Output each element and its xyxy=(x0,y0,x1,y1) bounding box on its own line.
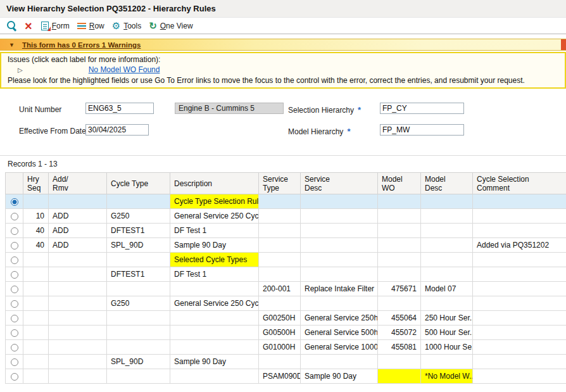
grid-header-model_desc[interactable]: Model Desc xyxy=(421,173,473,194)
row-radio[interactable] xyxy=(11,242,18,250)
cell-model_desc: 250 Hour Ser... xyxy=(421,311,473,326)
cell-service_desc xyxy=(301,355,378,369)
row-radio[interactable] xyxy=(11,315,18,322)
table-row[interactable]: 40ADDSPL_90DSample 90 DayAdded via PQ351… xyxy=(6,238,566,253)
row-menu-button[interactable]: Row xyxy=(77,22,104,30)
row-radio[interactable] xyxy=(11,198,18,206)
cell-add_rmv: ADD xyxy=(49,209,107,224)
row-select-cell[interactable] xyxy=(6,296,23,311)
row-select-cell[interactable] xyxy=(6,253,23,267)
table-row[interactable]: Selected Cycle Types xyxy=(6,253,566,267)
table-row[interactable]: G00500HGeneral Service 500hr455072500 Ho… xyxy=(6,326,566,340)
model-hierarchy-input[interactable] xyxy=(380,124,464,136)
table-row[interactable]: 40ADDDFTEST1DF Test 1 xyxy=(6,224,566,238)
grid-header-description[interactable]: Description xyxy=(170,173,259,194)
warning-summary-link[interactable]: This form has 0 Errors 1 Warnings xyxy=(22,41,141,49)
table-row[interactable]: DFTEST1DF Test 1 xyxy=(6,267,566,282)
row-select-cell[interactable] xyxy=(6,340,23,355)
cell-hry_seq xyxy=(23,296,49,311)
app-window: View Hierarchy Selection PQ351202 - Hier… xyxy=(0,0,566,384)
cell-add_rmv xyxy=(49,326,107,340)
cell-cycle_type xyxy=(107,340,170,355)
row-radio[interactable] xyxy=(11,227,18,235)
cell-comment xyxy=(473,340,566,355)
row-radio[interactable] xyxy=(11,358,18,366)
row-select-cell[interactable] xyxy=(6,355,23,369)
cell-hry_seq xyxy=(23,282,49,296)
cell-comment xyxy=(473,369,566,384)
row-select-cell[interactable] xyxy=(6,224,23,238)
grid-header-cycle_type[interactable]: Cycle Type xyxy=(107,173,170,194)
cell-cycle_type: DFTEST1 xyxy=(107,267,170,282)
row-exit-icon xyxy=(77,22,86,30)
table-row[interactable]: 200-001Replace Intake Filter475671Model … xyxy=(6,282,566,296)
cell-cycle_type xyxy=(107,326,170,340)
row-radio[interactable] xyxy=(11,286,18,293)
cell-service_desc xyxy=(301,296,378,311)
cell-model_desc xyxy=(421,209,473,224)
one-view-menu-label: One View xyxy=(160,22,193,30)
table-row[interactable]: G00250HGeneral Service 250hr455064250 Ho… xyxy=(6,311,566,326)
cell-service_type xyxy=(259,209,301,224)
cell-service_desc: General Service 1000hr xyxy=(301,340,378,355)
gear-icon: ⚙ xyxy=(112,21,120,30)
cell-description xyxy=(170,369,259,384)
cell-service_type: G01000H xyxy=(259,340,301,355)
collapse-caret-icon[interactable]: ▼ xyxy=(9,42,15,48)
grid-header-row: Hry SeqAdd/ RmvCycle TypeDescriptionServ… xyxy=(6,173,566,194)
cell-service_desc xyxy=(301,194,378,209)
row-radio[interactable] xyxy=(11,271,18,279)
cell-model_wo xyxy=(378,355,421,369)
row-radio[interactable] xyxy=(11,329,18,337)
grid-header-hry_seq[interactable]: Hry Seq xyxy=(23,173,49,194)
close-icon[interactable]: × xyxy=(25,20,32,32)
row-radio[interactable] xyxy=(11,300,18,308)
one-view-icon: ↻ xyxy=(149,21,157,30)
cell-description: Sample 90 Day xyxy=(170,238,259,253)
row-radio[interactable] xyxy=(11,344,18,351)
one-view-menu-button[interactable]: ↻ One View xyxy=(149,21,192,30)
row-select-cell[interactable] xyxy=(6,369,23,384)
row-select-cell[interactable] xyxy=(6,238,23,253)
cell-cycle_type xyxy=(107,253,170,267)
cell-comment xyxy=(473,267,566,282)
grid-header-add_rmv[interactable]: Add/ Rmv xyxy=(49,173,107,194)
grid-header-model_wo[interactable]: Model WO xyxy=(378,173,421,194)
toolbar: × Form Row ⚙ Tools ↻ One View xyxy=(0,18,566,34)
issue-link-no-model-wo[interactable]: No Model WO Found xyxy=(89,65,160,74)
table-row[interactable]: SPL_90DSample 90 Day xyxy=(6,355,566,369)
cell-model_desc: 500 Hour Ser... xyxy=(421,326,473,340)
grid-header-comment[interactable]: Cycle Selection Comment xyxy=(473,173,566,194)
unit-number-input[interactable] xyxy=(85,103,154,114)
row-select-cell[interactable] xyxy=(6,209,23,224)
selection-hierarchy-input[interactable] xyxy=(380,103,464,114)
table-row[interactable]: G01000HGeneral Service 1000hr4550811000 … xyxy=(6,340,566,355)
row-select-cell[interactable] xyxy=(6,267,23,282)
table-row[interactable]: Cycle Type Selection Rules xyxy=(6,194,566,209)
row-radio[interactable] xyxy=(11,373,18,381)
cell-add_rmv xyxy=(49,296,107,311)
table-row[interactable]: G250General Service 250 Cycle xyxy=(6,296,566,311)
row-select-cell[interactable] xyxy=(6,194,23,209)
cell-comment xyxy=(473,253,566,267)
table-row[interactable]: 10ADDG250General Service 250 Cycle xyxy=(6,209,566,224)
row-select-cell[interactable] xyxy=(6,282,23,296)
table-row[interactable]: PSAM090DSample 90 Day*No Model W... xyxy=(6,369,566,384)
row-radio[interactable] xyxy=(11,213,18,220)
find-icon[interactable] xyxy=(6,20,17,31)
form-menu-button[interactable]: Form xyxy=(41,22,70,30)
grid-header-service_desc[interactable]: Service Desc xyxy=(301,173,378,194)
cell-hry_seq xyxy=(23,253,49,267)
effective-from-date-input[interactable] xyxy=(85,124,149,136)
cell-service_desc: General Service 500hr xyxy=(301,326,378,340)
row-select-cell[interactable] xyxy=(6,311,23,326)
tools-menu-button[interactable]: ⚙ Tools xyxy=(112,21,141,30)
model-hierarchy-label: Model Hierarchy* xyxy=(288,127,350,136)
row-radio[interactable] xyxy=(11,256,18,264)
form-exit-icon xyxy=(41,22,49,30)
cell-cycle_type xyxy=(107,369,170,384)
cell-add_rmv xyxy=(49,340,107,355)
cell-comment xyxy=(473,326,566,340)
row-select-cell[interactable] xyxy=(6,326,23,340)
grid-header-service_type[interactable]: Service Type xyxy=(259,173,301,194)
